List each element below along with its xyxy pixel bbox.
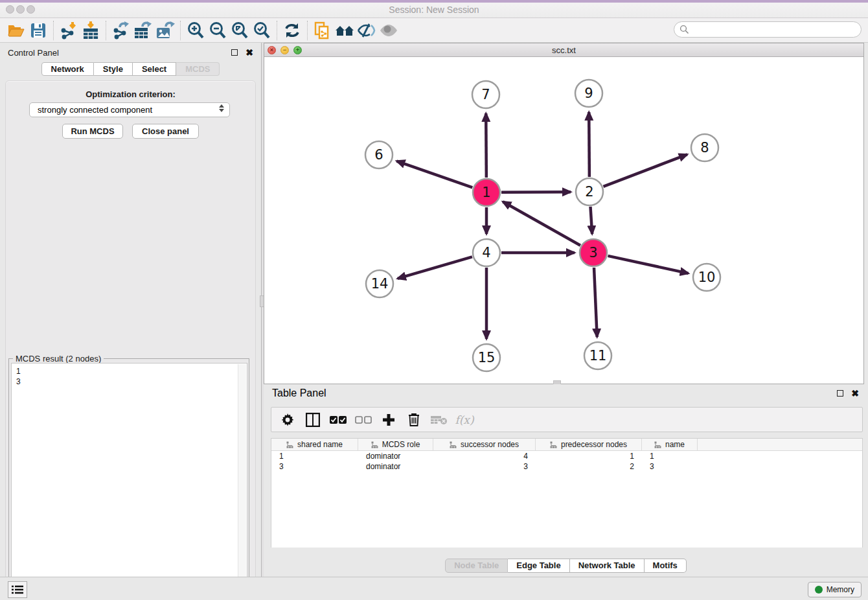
edge-3-1[interactable]	[503, 202, 580, 245]
list-icon	[12, 585, 23, 594]
network-window-title: scc.txt	[264, 43, 863, 57]
export-table-icon[interactable]	[132, 20, 154, 41]
status-bar: Memory	[0, 577, 868, 600]
cell-shared-name[interactable]: 1	[271, 451, 358, 461]
control-panel-close-icon[interactable]: ✖	[246, 48, 253, 57]
column-type-icon	[550, 441, 557, 448]
tab-style[interactable]: Style	[94, 62, 133, 76]
delete-entry-icon[interactable]	[404, 410, 424, 430]
edge-1-2[interactable]	[501, 192, 571, 192]
tab-select[interactable]: Select	[133, 62, 176, 76]
cell-MCDS-role[interactable]: dominator	[358, 461, 433, 472]
table-row[interactable]: 3dominator323	[271, 461, 862, 472]
network-maximize-button[interactable]: +	[293, 46, 302, 54]
edge-2-8[interactable]	[603, 154, 687, 186]
edge-1-7[interactable]	[486, 113, 486, 178]
optimization-criterion-label: Optimization criterion:	[6, 89, 255, 99]
column-header-name[interactable]: name	[642, 439, 698, 450]
node-label-3: 3	[589, 245, 597, 260]
mcds-result-scrollbar[interactable]	[238, 364, 246, 600]
add-entry-icon[interactable]	[379, 410, 398, 430]
network-canvas[interactable]: 1234678910111415	[264, 57, 863, 384]
criterion-dropdown[interactable]: strongly connected component	[29, 102, 230, 117]
node-label-2: 2	[585, 184, 593, 200]
select-all-rows-icon[interactable]	[328, 410, 348, 430]
first-neighbors-icon[interactable]	[334, 20, 356, 41]
run-mcds-button[interactable]: Run MCDS	[62, 124, 123, 139]
tab-node-table[interactable]: Node Table	[445, 559, 508, 573]
table-panel-close-icon[interactable]: ✖	[851, 389, 859, 398]
tab-motifs[interactable]: Motifs	[645, 559, 687, 573]
column-header-successor-nodes[interactable]: successor nodes	[433, 439, 536, 450]
control-panel-title: Control Panel	[8, 48, 231, 58]
criterion-dropdown-value: strongly connected component	[38, 105, 152, 115]
import-network-icon[interactable]	[58, 20, 80, 41]
column-header-shared-name[interactable]: shared name	[271, 439, 358, 450]
cell-predecessor-nodes[interactable]: 2	[536, 461, 642, 472]
column-type-icon	[654, 441, 661, 448]
tab-network[interactable]: Network	[41, 62, 94, 76]
node-label-6: 6	[374, 147, 383, 163]
open-session-icon[interactable]	[5, 20, 27, 41]
table-row[interactable]: 1dominator411	[271, 451, 862, 461]
mcds-result-line: 3	[16, 376, 247, 387]
zoom-fit-selected-icon[interactable]	[251, 20, 273, 41]
node-label-10: 10	[698, 270, 716, 285]
cell-shared-name[interactable]: 3	[271, 461, 358, 472]
function-builder-icon[interactable]: f(x)	[455, 410, 474, 430]
network-close-button[interactable]: ×	[268, 46, 276, 54]
search-input[interactable]	[689, 23, 861, 36]
column-header-label: successor nodes	[461, 440, 519, 449]
hide-selected-icon[interactable]	[356, 20, 378, 41]
cell-MCDS-role[interactable]: dominator	[358, 451, 433, 461]
column-header-predecessor-nodes[interactable]: predecessor nodes	[536, 439, 642, 450]
cell-name[interactable]: 1	[642, 451, 698, 461]
network-window-titlebar[interactable]: × − + scc.txt	[264, 43, 863, 57]
node-label-7: 7	[481, 87, 490, 102]
cell-predecessor-nodes[interactable]: 1	[536, 451, 642, 461]
zoom-in-icon[interactable]	[185, 20, 207, 41]
cell-successor-nodes[interactable]: 4	[433, 451, 536, 461]
node-table-body: 1dominator4113dominator323	[271, 451, 862, 472]
export-image-icon[interactable]	[154, 20, 176, 41]
edge-1-6[interactable]	[396, 161, 472, 188]
table-panel-float-icon[interactable]	[837, 390, 843, 397]
close-panel-button[interactable]: Close panel	[132, 124, 199, 139]
show-columns-icon[interactable]	[303, 410, 323, 430]
edge-2-3[interactable]	[590, 207, 592, 234]
network-graph[interactable]: 1234678910111415	[264, 57, 863, 384]
edge-3-11[interactable]	[594, 268, 597, 337]
control-panel-float-icon[interactable]	[231, 49, 238, 56]
mcds-panel: Optimization criterion: strongly connect…	[5, 80, 256, 600]
zoom-fit-content-icon[interactable]	[229, 20, 251, 41]
tab-edge-table[interactable]: Edge Table	[508, 559, 569, 573]
zoom-out-icon[interactable]	[207, 20, 229, 41]
deselect-all-rows-icon[interactable]	[354, 410, 373, 430]
export-network-icon[interactable]	[110, 20, 132, 41]
edge-2-9[interactable]	[589, 112, 589, 177]
table-options-gear-icon[interactable]	[278, 410, 297, 430]
reset-view-icon[interactable]	[281, 20, 303, 41]
save-session-icon[interactable]	[27, 20, 49, 41]
memory-button[interactable]: Memory	[808, 582, 862, 597]
tab-mcds[interactable]: MCDS	[176, 62, 220, 76]
task-history-button[interactable]	[8, 581, 27, 598]
node-table: shared nameMCDS rolesuccessor nodesprede…	[271, 438, 863, 548]
tab-network-table[interactable]: Network Table	[570, 559, 645, 573]
mcds-result-line: 1	[16, 366, 247, 376]
cell-name[interactable]: 3	[642, 461, 698, 472]
column-header-label: MCDS role	[382, 440, 420, 449]
edge-3-10[interactable]	[608, 256, 688, 273]
column-header-MCDS-role[interactable]: MCDS role	[358, 439, 433, 450]
network-minimize-button[interactable]: −	[280, 46, 289, 54]
edge-4-14[interactable]	[398, 257, 472, 278]
show-all-icon[interactable]	[378, 20, 400, 41]
mcds-result-textarea[interactable]: 13	[11, 363, 247, 600]
delete-column-icon[interactable]	[429, 410, 449, 430]
import-table-icon[interactable]	[80, 20, 102, 41]
table-panel: Table Panel ✖ f(x) shared nameMCDS roles…	[264, 384, 868, 577]
node-label-11: 11	[589, 348, 607, 363]
cell-successor-nodes[interactable]: 3	[433, 461, 536, 472]
column-header-label: name	[665, 440, 685, 449]
clone-network-icon[interactable]	[312, 20, 334, 41]
